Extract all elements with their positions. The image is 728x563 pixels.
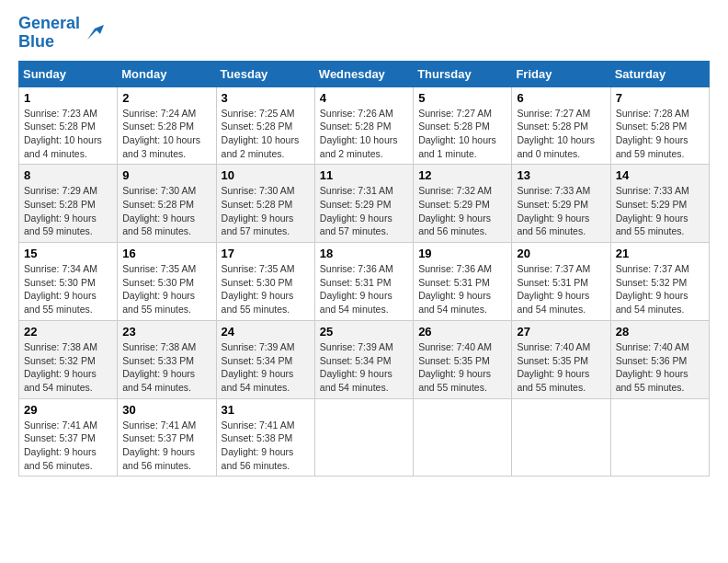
day-info: Sunrise: 7:26 AMSunset: 5:28 PMDaylight:… <box>320 107 408 161</box>
day-info: Sunrise: 7:40 AMSunset: 5:36 PMDaylight:… <box>616 340 704 395</box>
day-number: 6 <box>517 91 605 105</box>
calendar-header-row: SundayMondayTuesdayWednesdayThursdayFrid… <box>19 61 710 86</box>
day-number: 17 <box>222 247 310 260</box>
day-number: 3 <box>222 91 310 105</box>
day-info: Sunrise: 7:36 AMSunset: 5:31 PMDaylight:… <box>320 262 408 316</box>
logo-line1: General <box>18 15 80 33</box>
day-info: Sunrise: 7:39 AMSunset: 5:34 PMDaylight:… <box>320 340 408 395</box>
day-info: Sunrise: 7:32 AMSunset: 5:29 PMDaylight:… <box>418 184 506 238</box>
day-number: 15 <box>24 247 112 260</box>
logo-icon <box>84 23 104 43</box>
day-info: Sunrise: 7:35 AMSunset: 5:30 PMDaylight:… <box>222 262 310 316</box>
calendar-day-6: 6Sunrise: 7:27 AMSunset: 5:28 PMDaylight… <box>512 86 610 165</box>
calendar-day-11: 11Sunrise: 7:31 AMSunset: 5:29 PMDayligh… <box>314 165 413 243</box>
day-number: 29 <box>24 403 112 417</box>
day-number: 14 <box>616 168 704 182</box>
logo: General Blue <box>18 15 104 52</box>
day-info: Sunrise: 7:28 AMSunset: 5:28 PMDaylight:… <box>616 107 704 161</box>
calendar-day-9: 9Sunrise: 7:30 AMSunset: 5:28 PMDaylight… <box>118 165 216 243</box>
calendar-day-20: 20Sunrise: 7:37 AMSunset: 5:31 PMDayligh… <box>512 243 610 321</box>
day-number: 4 <box>320 91 408 105</box>
logo-line2: Blue <box>18 33 80 52</box>
day-number: 28 <box>616 325 704 339</box>
col-header-sunday: Sunday <box>19 61 118 86</box>
day-info: Sunrise: 7:27 AMSunset: 5:28 PMDaylight:… <box>517 107 605 161</box>
day-number: 12 <box>418 168 506 182</box>
day-number: 25 <box>320 325 408 339</box>
day-info: Sunrise: 7:41 AMSunset: 5:37 PMDaylight:… <box>122 419 210 473</box>
day-number: 24 <box>222 325 310 339</box>
day-number: 16 <box>122 247 210 260</box>
day-info: Sunrise: 7:40 AMSunset: 5:35 PMDaylight:… <box>517 340 605 395</box>
calendar-week-5: 29Sunrise: 7:41 AMSunset: 5:37 PMDayligh… <box>19 398 710 477</box>
day-number: 11 <box>320 168 408 182</box>
calendar-day-27: 27Sunrise: 7:40 AMSunset: 5:35 PMDayligh… <box>512 320 610 398</box>
calendar-week-2: 8Sunrise: 7:29 AMSunset: 5:28 PMDaylight… <box>19 165 710 243</box>
day-number: 27 <box>517 325 605 339</box>
day-info: Sunrise: 7:30 AMSunset: 5:28 PMDaylight:… <box>222 184 310 238</box>
day-number: 31 <box>222 403 310 417</box>
col-header-tuesday: Tuesday <box>216 61 314 86</box>
empty-cell <box>512 398 610 477</box>
calendar-day-25: 25Sunrise: 7:39 AMSunset: 5:34 PMDayligh… <box>314 320 413 398</box>
calendar-week-1: 1Sunrise: 7:23 AMSunset: 5:28 PMDaylight… <box>19 86 710 165</box>
calendar-day-18: 18Sunrise: 7:36 AMSunset: 5:31 PMDayligh… <box>314 243 413 321</box>
day-info: Sunrise: 7:40 AMSunset: 5:35 PMDaylight:… <box>418 340 506 395</box>
day-info: Sunrise: 7:33 AMSunset: 5:29 PMDaylight:… <box>616 184 704 238</box>
calendar-day-17: 17Sunrise: 7:35 AMSunset: 5:30 PMDayligh… <box>216 243 314 321</box>
col-header-wednesday: Wednesday <box>314 61 413 86</box>
day-number: 23 <box>122 325 210 339</box>
col-header-friday: Friday <box>512 61 610 86</box>
day-info: Sunrise: 7:41 AMSunset: 5:37 PMDaylight:… <box>24 419 112 473</box>
day-info: Sunrise: 7:24 AMSunset: 5:28 PMDaylight:… <box>122 107 210 161</box>
empty-cell <box>610 398 709 477</box>
calendar-day-1: 1Sunrise: 7:23 AMSunset: 5:28 PMDaylight… <box>19 86 118 165</box>
day-info: Sunrise: 7:33 AMSunset: 5:29 PMDaylight:… <box>517 184 605 238</box>
day-info: Sunrise: 7:34 AMSunset: 5:30 PMDaylight:… <box>24 262 112 316</box>
day-number: 2 <box>122 91 210 105</box>
day-number: 1 <box>24 91 112 105</box>
calendar-day-23: 23Sunrise: 7:38 AMSunset: 5:33 PMDayligh… <box>118 320 216 398</box>
day-number: 8 <box>24 168 112 182</box>
day-number: 21 <box>616 247 704 260</box>
day-info: Sunrise: 7:23 AMSunset: 5:28 PMDaylight:… <box>24 107 112 161</box>
day-number: 7 <box>616 91 704 105</box>
day-number: 9 <box>122 168 210 182</box>
day-info: Sunrise: 7:38 AMSunset: 5:32 PMDaylight:… <box>24 340 112 395</box>
calendar-day-3: 3Sunrise: 7:25 AMSunset: 5:28 PMDaylight… <box>216 86 314 165</box>
empty-cell <box>414 398 512 477</box>
day-info: Sunrise: 7:31 AMSunset: 5:29 PMDaylight:… <box>320 184 408 238</box>
day-number: 5 <box>418 91 506 105</box>
calendar-day-5: 5Sunrise: 7:27 AMSunset: 5:28 PMDaylight… <box>414 86 512 165</box>
day-info: Sunrise: 7:39 AMSunset: 5:34 PMDaylight:… <box>222 340 310 395</box>
col-header-monday: Monday <box>118 61 216 86</box>
day-number: 30 <box>122 403 210 417</box>
empty-cell <box>314 398 413 477</box>
col-header-thursday: Thursday <box>414 61 512 86</box>
col-header-saturday: Saturday <box>610 61 709 86</box>
day-info: Sunrise: 7:41 AMSunset: 5:38 PMDaylight:… <box>222 419 310 473</box>
calendar-day-30: 30Sunrise: 7:41 AMSunset: 5:37 PMDayligh… <box>118 398 216 477</box>
day-number: 13 <box>517 168 605 182</box>
day-number: 19 <box>418 247 506 260</box>
calendar-day-31: 31Sunrise: 7:41 AMSunset: 5:38 PMDayligh… <box>216 398 314 477</box>
day-info: Sunrise: 7:30 AMSunset: 5:28 PMDaylight:… <box>122 184 210 238</box>
day-info: Sunrise: 7:37 AMSunset: 5:31 PMDaylight:… <box>517 262 605 316</box>
page-header: General Blue <box>18 15 710 52</box>
day-info: Sunrise: 7:36 AMSunset: 5:31 PMDaylight:… <box>418 262 506 316</box>
day-number: 10 <box>222 168 310 182</box>
calendar-day-24: 24Sunrise: 7:39 AMSunset: 5:34 PMDayligh… <box>216 320 314 398</box>
day-info: Sunrise: 7:35 AMSunset: 5:30 PMDaylight:… <box>122 262 210 316</box>
calendar-day-12: 12Sunrise: 7:32 AMSunset: 5:29 PMDayligh… <box>414 165 512 243</box>
calendar-day-2: 2Sunrise: 7:24 AMSunset: 5:28 PMDaylight… <box>118 86 216 165</box>
calendar-day-21: 21Sunrise: 7:37 AMSunset: 5:32 PMDayligh… <box>610 243 709 321</box>
calendar-day-22: 22Sunrise: 7:38 AMSunset: 5:32 PMDayligh… <box>19 320 118 398</box>
day-info: Sunrise: 7:27 AMSunset: 5:28 PMDaylight:… <box>418 107 506 161</box>
calendar-day-15: 15Sunrise: 7:34 AMSunset: 5:30 PMDayligh… <box>19 243 118 321</box>
calendar-day-8: 8Sunrise: 7:29 AMSunset: 5:28 PMDaylight… <box>19 165 118 243</box>
calendar-day-29: 29Sunrise: 7:41 AMSunset: 5:37 PMDayligh… <box>19 398 118 477</box>
calendar-day-28: 28Sunrise: 7:40 AMSunset: 5:36 PMDayligh… <box>610 320 709 398</box>
calendar-week-3: 15Sunrise: 7:34 AMSunset: 5:30 PMDayligh… <box>19 243 710 321</box>
calendar-day-26: 26Sunrise: 7:40 AMSunset: 5:35 PMDayligh… <box>414 320 512 398</box>
day-info: Sunrise: 7:29 AMSunset: 5:28 PMDaylight:… <box>24 184 112 238</box>
